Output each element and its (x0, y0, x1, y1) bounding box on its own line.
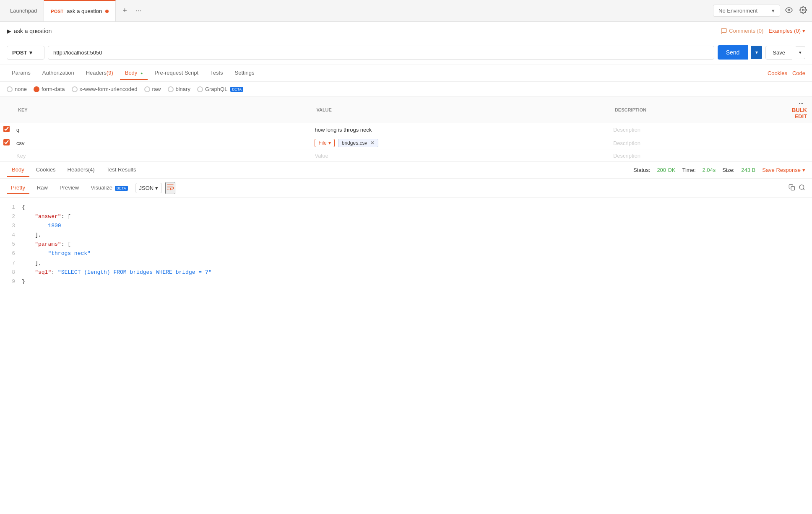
resp-tab-headers[interactable]: Headers(4) (62, 163, 100, 177)
radio-none-circle (7, 86, 13, 92)
new-row-value[interactable] (315, 153, 606, 159)
search-button[interactable] (799, 184, 805, 192)
code-line-9: 9 } (7, 277, 805, 286)
resp-tab-test-results[interactable]: Test Results (102, 163, 141, 177)
visualize-beta-badge: BETA (115, 186, 128, 191)
eye-button[interactable] (783, 5, 794, 17)
save-response-button[interactable]: Save Response ▾ (762, 167, 805, 173)
radio-urlencoded-circle (72, 86, 78, 92)
col-key: KEY (13, 97, 311, 123)
code-link[interactable]: Code (792, 70, 805, 76)
tab-body[interactable]: Body ● (120, 66, 148, 80)
tab-active-request[interactable]: POST ask a question (44, 0, 116, 21)
file-chip: bridges.csv ✕ (338, 139, 379, 147)
line-num-9: 9 (7, 277, 15, 286)
format-tab-raw[interactable]: Raw (33, 182, 52, 194)
radio-raw-label: raw (152, 86, 161, 92)
response-status-area: Status: 200 OK Time: 2.04s Size: 243 B S… (633, 167, 805, 173)
new-tab-button[interactable]: + (119, 5, 130, 17)
request-name-arrow-icon: ▶ (7, 28, 11, 34)
tab-request-name: ask a question (67, 8, 102, 14)
format-tab-visualize[interactable]: Visualize BETA (86, 182, 132, 194)
send-dropdown-button[interactable]: ▾ (751, 46, 762, 59)
radio-graphql-circle (197, 86, 203, 92)
save-dropdown-button[interactable]: ▾ (796, 46, 805, 59)
code-content-7: ], (22, 259, 42, 268)
status-label: Status: (633, 167, 650, 173)
svg-point-1 (802, 9, 804, 11)
copy-button[interactable] (789, 184, 795, 192)
resp-tab-body[interactable]: Body (7, 163, 29, 177)
file-remove-button[interactable]: ✕ (370, 140, 375, 146)
env-select[interactable]: No Environment ▾ (713, 5, 780, 17)
code-line-8: 8 "sql": "SELECT (length) FROM bridges W… (7, 268, 805, 277)
row-2-key[interactable] (16, 140, 308, 146)
row-2-checkbox[interactable] (3, 139, 10, 145)
tab-bar: Launchpad POST ask a question + ··· No E… (0, 0, 812, 22)
svg-rect-4 (791, 187, 795, 190)
tab-tests[interactable]: Tests (205, 66, 228, 80)
gear-button[interactable] (798, 5, 809, 17)
col-actions: ··· Bulk Edit (778, 97, 812, 123)
json-format-select[interactable]: JSON ▾ (135, 183, 162, 193)
code-content-6: "throgs neck" (22, 249, 91, 258)
row-1-checkbox[interactable] (3, 126, 10, 132)
file-type-button[interactable]: File ▾ (315, 139, 334, 147)
row-1-description[interactable] (613, 127, 809, 133)
save-button[interactable]: Save (765, 46, 792, 60)
tab-authorization[interactable]: Authorization (37, 66, 79, 80)
send-button[interactable]: Send (718, 45, 748, 60)
form-data-table: KEY VALUE DESCRIPTION ··· Bulk Edit (0, 97, 812, 162)
tab-params[interactable]: Params (7, 66, 36, 80)
radio-graphql[interactable]: GraphQL BETA (197, 86, 243, 92)
cookies-link[interactable]: Cookies (768, 70, 787, 76)
row-1-value[interactable] (315, 127, 606, 133)
tab-launchpad[interactable]: Launchpad (3, 0, 44, 21)
code-line-3: 3 1800 (7, 221, 805, 231)
method-arrow-icon: ▾ (29, 49, 32, 56)
code-line-4: 4 ], (7, 231, 805, 240)
row-1-key[interactable] (16, 127, 308, 133)
new-row-key[interactable] (16, 153, 308, 159)
method-select[interactable]: POST ▾ (7, 46, 44, 60)
new-row-description[interactable] (613, 153, 809, 159)
resp-tab-cookies[interactable]: Cookies (31, 163, 61, 177)
tab-pre-request[interactable]: Pre-request Script (149, 66, 203, 80)
json-format-label: JSON (139, 185, 154, 191)
tab-settings[interactable]: Settings (230, 66, 260, 80)
save-response-arrow: ▾ (802, 167, 805, 173)
env-dropdown-arrow: ▾ (772, 8, 775, 14)
radio-form-data-dot (34, 86, 39, 92)
radio-urlencoded[interactable]: x-www-form-urlencoded (72, 86, 138, 92)
line-num-7: 7 (7, 259, 15, 268)
radio-urlencoded-label: x-www-form-urlencoded (80, 86, 138, 92)
response-bar: Body Cookies Headers(4) Test Results Sta… (0, 162, 812, 179)
more-tabs-button[interactable]: ··· (132, 5, 145, 17)
request-title-bar: ▶ ask a question Comments (0) Examples (… (0, 22, 812, 40)
tab-headers[interactable]: Headers(9) (81, 66, 118, 80)
radio-raw[interactable]: raw (144, 86, 161, 92)
table-row: File ▾ bridges.csv ✕ (0, 136, 812, 150)
comments-label: Comments (0) (729, 28, 763, 34)
code-line-5: 5 "params": [ (7, 240, 805, 249)
url-input[interactable] (48, 46, 714, 60)
bulk-edit-button[interactable]: Bulk Edit (792, 107, 807, 119)
format-tab-pretty[interactable]: Pretty (7, 182, 29, 194)
json-format-arrow: ▾ (155, 185, 158, 191)
examples-button[interactable]: Examples (0) ▾ (768, 28, 805, 34)
tab-method: POST (51, 9, 63, 14)
more-dots-icon[interactable]: ··· (795, 100, 807, 107)
format-tab-preview[interactable]: Preview (55, 182, 83, 194)
col-description: DESCRIPTION (610, 97, 778, 123)
row-2-description[interactable] (613, 140, 809, 146)
radio-form-data-label: form-data (42, 86, 65, 92)
comments-button[interactable]: Comments (0) (721, 28, 763, 34)
radio-form-data[interactable]: form-data (34, 86, 65, 92)
radio-binary[interactable]: binary (168, 86, 190, 92)
wrap-button[interactable] (165, 182, 175, 194)
env-area: No Environment ▾ (713, 5, 809, 17)
time-value: 2.04s (703, 167, 716, 173)
radio-none[interactable]: none (7, 86, 27, 92)
code-content-5: "params": [ (22, 240, 71, 249)
env-label: No Environment (718, 8, 757, 14)
